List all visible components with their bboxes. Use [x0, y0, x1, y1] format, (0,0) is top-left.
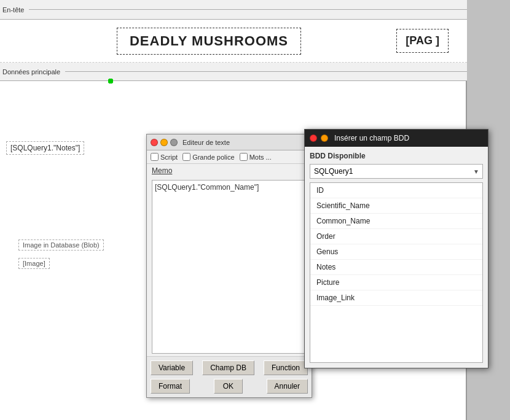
function-button[interactable]: Function: [264, 360, 308, 375]
script-checkbox-label[interactable]: Script: [151, 153, 178, 161]
field-common-name[interactable]: Common_Name: [310, 214, 482, 229]
section-entete-label: En-tête: [0, 6, 24, 14]
image-field: [Image]: [18, 258, 50, 269]
field-scientific-name[interactable]: Scientific_Name: [310, 198, 482, 214]
pag-text: [PAG ]: [406, 34, 439, 47]
field-order[interactable]: Order: [310, 229, 482, 244]
section-donnees-label: Données principale: [0, 68, 60, 76]
bdd-available-label: BDD Disponible: [310, 152, 483, 160]
bdd-close-button[interactable]: [310, 134, 317, 142]
report-title-text: DEADLY MUSHROOMS: [130, 33, 288, 49]
text-editor-toolbar: Script Grande police Mots ...: [147, 150, 312, 164]
script-label: Script: [160, 154, 178, 161]
grande-police-checkbox-label[interactable]: Grande police: [182, 153, 235, 161]
image-blob-text: Image in Database (Blob): [23, 241, 100, 249]
text-editor-footer: Variable Champ DB Function Format OK Ann…: [147, 356, 312, 397]
section-entete: En-tête: [0, 0, 467, 20]
notes-text: [SQLQuery1."Notes"]: [10, 144, 80, 152]
mots-label: Mots ...: [249, 154, 272, 161]
grande-police-checkbox[interactable]: [182, 153, 190, 161]
memo-label: Memo: [147, 164, 312, 177]
mots-checkbox[interactable]: [240, 153, 248, 161]
header-content-area: DEADLY MUSHROOMS [PAG ]: [0, 20, 467, 63]
section-entete-line: [29, 9, 467, 10]
notes-field: [SQLQuery1."Notes"]: [6, 141, 84, 155]
field-id[interactable]: ID: [310, 183, 482, 198]
text-editor-titlebar: Editeur de texte: [147, 134, 312, 150]
champ-db-button[interactable]: Champ DB: [202, 360, 254, 375]
field-image-link[interactable]: Image_Link: [310, 290, 482, 306]
dot-br: [108, 79, 113, 84]
memo-text-area[interactable]: [SQLQuery1."Common_Name"]: [152, 180, 307, 354]
field-picture[interactable]: Picture: [310, 275, 482, 290]
grande-police-label: Grande police: [192, 154, 235, 161]
image-field-text: [Image]: [23, 260, 45, 267]
image-blob-label: Image in Database (Blob): [18, 239, 104, 251]
mots-checkbox-label[interactable]: Mots ...: [240, 153, 272, 161]
field-notes[interactable]: Notes: [310, 260, 482, 275]
text-editor-dialog: Editeur de texte Script Grande police Mo…: [146, 134, 312, 398]
minimize-button[interactable]: [160, 139, 168, 146]
section-donnees-line: [65, 71, 467, 72]
report-title-box: DEADLY MUSHROOMS: [117, 28, 301, 55]
ok-button[interactable]: OK: [214, 379, 243, 394]
bdd-minimize-button[interactable]: [321, 134, 328, 142]
bdd-select[interactable]: SQLQuery1: [310, 164, 483, 179]
annuler-button[interactable]: Annuler: [267, 379, 308, 394]
format-button[interactable]: Format: [151, 379, 190, 394]
text-editor-title: Editeur de texte: [182, 139, 230, 146]
bdd-titlebar: Insérer un champ BDD: [305, 130, 488, 147]
script-checkbox[interactable]: [151, 153, 159, 161]
field-genus[interactable]: Genus: [310, 244, 482, 260]
section-donnees: Données principale: [0, 63, 467, 81]
variable-button[interactable]: Variable: [151, 360, 193, 375]
bdd-fields-list: ID Scientific_Name Common_Name Order Gen…: [310, 182, 483, 363]
bdd-select-wrapper: SQLQuery1 ▼: [310, 164, 483, 179]
memo-content: [SQLQuery1."Common_Name"]: [155, 183, 259, 192]
pag-box: [PAG ]: [396, 29, 449, 53]
bdd-dialog-title: Insérer un champ BDD: [334, 134, 409, 142]
close-button[interactable]: [151, 139, 158, 146]
bdd-content: BDD Disponible SQLQuery1 ▼ ID Scientific…: [305, 147, 488, 368]
bdd-insert-dialog: Insérer un champ BDD BDD Disponible SQLQ…: [304, 129, 488, 368]
maximize-button[interactable]: [170, 139, 178, 146]
